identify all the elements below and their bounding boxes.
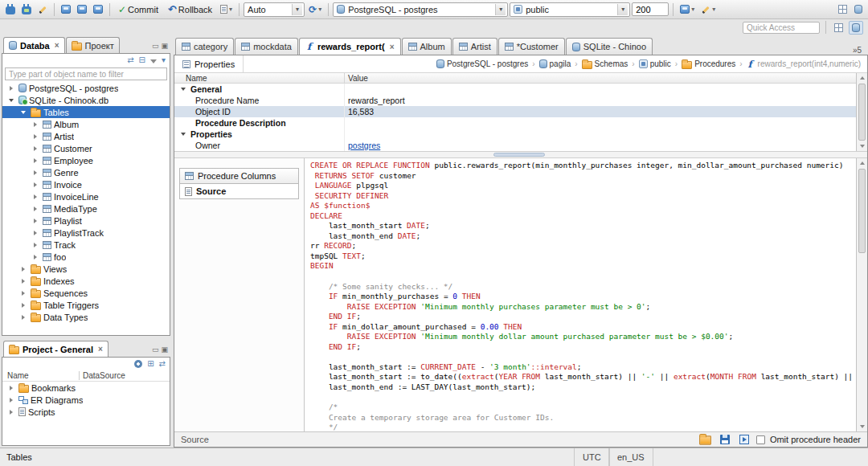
filter-icon[interactable] [150, 57, 157, 63]
omit-procedure-header-checkbox[interactable] [756, 435, 765, 444]
data-transfer-button[interactable]: ▾ [678, 3, 697, 15]
project-item-er-diagrams[interactable]: ER Diagrams [2, 394, 170, 406]
tree-item-playlist[interactable]: Playlist [2, 215, 170, 227]
maximize-panel-icon[interactable]: ▣ [161, 42, 168, 50]
editor-tab-album[interactable]: Album [402, 38, 452, 55]
link-with-editor-icon[interactable]: ⇄ [127, 56, 133, 64]
expand-arrow-icon[interactable] [6, 382, 16, 393]
save-source-button[interactable] [718, 433, 732, 446]
tree-item-track[interactable]: Track [2, 239, 170, 251]
expand-arrow-icon[interactable] [18, 312, 28, 322]
collapse-arrow-icon[interactable] [6, 95, 16, 105]
view-menu-icon[interactable]: ▾ [162, 56, 166, 64]
property-row-procedure-description[interactable]: Procedure Description [174, 117, 856, 129]
breadcrumb-item-public[interactable]: public [637, 59, 673, 69]
scrollbar-thumb[interactable] [858, 84, 866, 141]
expand-arrow-icon[interactable] [30, 167, 40, 178]
database-perspective-button[interactable] [849, 21, 863, 35]
property-row-owner[interactable]: Ownerpostgres [174, 140, 856, 151]
editor-tab-rewards-report[interactable]: rewards_report(× [299, 38, 401, 55]
fetch-size-input[interactable] [632, 2, 669, 16]
tab-database-navigator[interactable]: Databa × [3, 37, 65, 53]
tree-item-indexes[interactable]: Indexes [2, 275, 170, 287]
tree-item-mediatype[interactable]: MediaType [2, 202, 170, 215]
tree-item-genre[interactable]: Genre [2, 166, 170, 178]
grid-header-name[interactable]: Name [174, 73, 345, 83]
settings-gear-icon[interactable] [134, 360, 142, 368]
tree-item-invoiceline[interactable]: InvoiceLine [2, 190, 170, 202]
editor-tab-sqlite-chinoo[interactable]: SQLite - Chinoo [566, 38, 653, 55]
maximize-panel-icon[interactable]: ▣ [161, 345, 168, 354]
object-filter-input[interactable] [5, 67, 167, 80]
scroll-down-icon[interactable] [857, 141, 867, 151]
property-row-object-id[interactable]: Object ID16,583 [174, 106, 856, 117]
expand-arrow-icon[interactable] [30, 215, 40, 226]
property-row-general[interactable]: General [174, 84, 856, 95]
expand-arrow-icon[interactable] [30, 143, 40, 153]
show-view-button[interactable] [836, 3, 850, 15]
code-scrollbar[interactable] [856, 158, 867, 431]
tab-project-general[interactable]: Project - General × [3, 341, 108, 357]
tree-item-foo[interactable]: foo [2, 251, 170, 263]
breadcrumb-item-postgresql-postgres[interactable]: PostgreSQL - postgres [435, 59, 530, 69]
scroll-down-icon[interactable] [857, 422, 867, 431]
expand-arrow-icon[interactable] [30, 227, 40, 238]
expand-arrow-icon[interactable] [30, 251, 40, 262]
refresh-button[interactable]: ⟳▾ [306, 3, 324, 16]
collapse-arrow-icon[interactable] [181, 88, 186, 91]
expand-arrow-icon[interactable] [30, 179, 40, 190]
database-view-button[interactable] [852, 3, 865, 15]
scroll-up-icon[interactable] [857, 73, 867, 83]
tree-item-album[interactable]: Album [2, 118, 170, 130]
tree-item-customer[interactable]: Customer [2, 142, 170, 154]
connect-button[interactable] [19, 2, 34, 16]
source-code-editor[interactable]: CREATE OR REPLACE FUNCTION public.reward… [305, 158, 856, 431]
expand-arrow-icon[interactable] [30, 119, 40, 129]
properties-scrollbar[interactable] [856, 73, 867, 151]
property-row-properties[interactable]: Properties [174, 129, 856, 140]
persist-procedure-button[interactable] [737, 433, 751, 446]
project-item-bookmarks[interactable]: Bookmarks [2, 382, 170, 394]
property-value[interactable]: postgres [345, 141, 856, 150]
breadcrumb-item-schemas[interactable]: Schemas [580, 59, 630, 70]
new-connection-button[interactable] [3, 2, 18, 16]
breadcrumb-item-pagila[interactable]: pagila [538, 59, 573, 69]
grid-horizontal-scrollbar[interactable] [174, 152, 867, 158]
new-window-icon[interactable]: ⊞ [147, 360, 154, 368]
tree-item-artist[interactable]: Artist [2, 130, 170, 142]
edit-tools-button[interactable]: ▾ [698, 3, 718, 16]
column-header-name[interactable]: Name [2, 371, 80, 380]
tree-item-table-triggers[interactable]: Table Triggers [2, 299, 170, 311]
tree-item-sequences[interactable]: Sequences [2, 287, 170, 299]
tree-item-tables[interactable]: Tables [2, 106, 170, 118]
tree-item-invoice[interactable]: Invoice [2, 178, 170, 190]
collapse-arrow-icon[interactable] [18, 107, 28, 117]
expand-arrow-icon[interactable] [30, 203, 40, 214]
breadcrumb-item-rewards-report-int4-numeric[interactable]: rewards_report(int4,numeric) [745, 59, 862, 70]
quick-access-input[interactable] [743, 22, 820, 34]
close-tab-icon[interactable]: × [390, 43, 395, 51]
expand-arrow-icon[interactable] [6, 407, 16, 417]
transaction-log-button[interactable]: ▾ [218, 3, 235, 15]
expand-arrow-icon[interactable] [18, 300, 28, 310]
tab-projects[interactable]: Проект [66, 37, 120, 53]
property-row-procedure-name[interactable]: Procedure Namerewards_report [174, 95, 856, 106]
expand-arrow-icon[interactable] [30, 131, 40, 141]
editor-tab-customer[interactable]: *Customer [498, 38, 565, 55]
expand-arrow-icon[interactable] [30, 155, 40, 166]
expand-arrow-icon[interactable] [18, 264, 28, 274]
tx-mode-select[interactable]: Auto▾ [244, 2, 305, 17]
link-with-editor-icon[interactable]: ⇄ [159, 360, 166, 368]
collapse-arrow-icon[interactable] [181, 133, 186, 136]
scrollbar-thumb[interactable] [493, 153, 545, 157]
expand-arrow-icon[interactable] [18, 276, 28, 286]
grid-header-value[interactable]: Value [345, 74, 856, 83]
column-header-datasource[interactable]: DataSource [80, 371, 125, 380]
project-item-scripts[interactable]: Scripts [2, 406, 170, 418]
minimize-panel-icon[interactable]: ▭ [152, 42, 159, 50]
collapse-all-icon[interactable]: ⊟ [139, 56, 145, 64]
commit-button[interactable]: ✓Commit [114, 3, 162, 16]
expand-arrow-icon[interactable] [6, 83, 16, 93]
tree-item-employee[interactable]: Employee [2, 154, 170, 166]
scroll-up-icon[interactable] [857, 158, 867, 168]
